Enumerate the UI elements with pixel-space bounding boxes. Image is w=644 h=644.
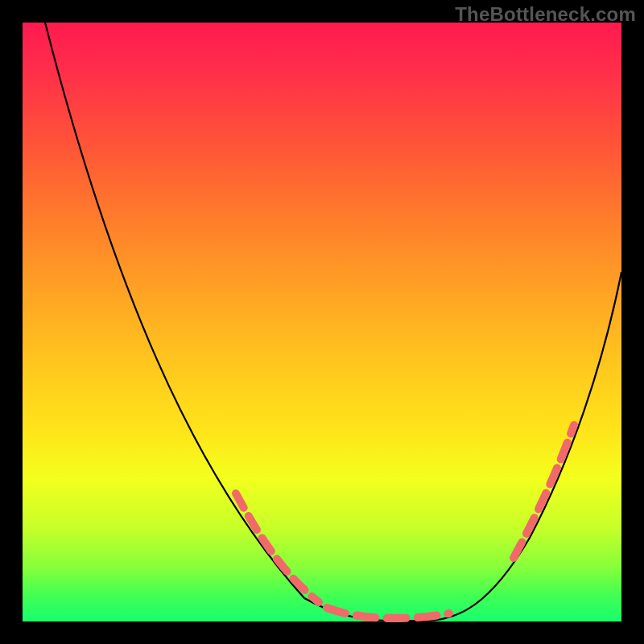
curve-svg (23, 23, 621, 621)
chart-container: TheBottleneck.com (0, 0, 644, 644)
left-highlight (236, 493, 319, 602)
bottom-highlight (327, 608, 449, 618)
right-highlight (514, 425, 574, 558)
plot-area (23, 23, 621, 621)
bottleneck-curve (45, 23, 621, 621)
